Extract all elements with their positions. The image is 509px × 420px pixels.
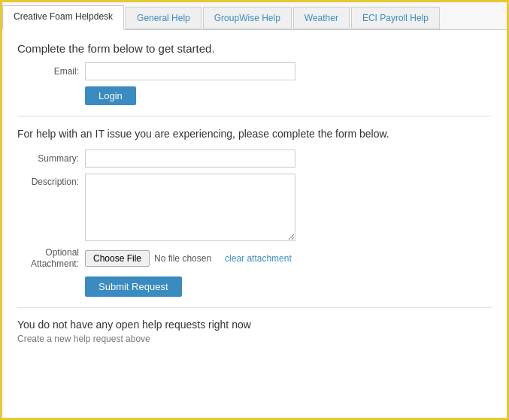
tab-weather[interactable]: Weather [293,7,350,29]
login-section: Complete the form below to get started. … [17,42,492,116]
login-button[interactable]: Login [85,86,136,105]
choose-file-button[interactable]: Choose File [85,250,150,267]
tab-bar: Creative Foam Helpdesk General Help Grou… [2,2,507,30]
submit-button-row: Submit Request [17,276,492,297]
main-window: Creative Foam Helpdesk General Help Grou… [0,0,509,420]
summary-input[interactable] [85,150,295,168]
login-title: Complete the form below to get started. [17,42,492,55]
no-file-text: No file chosen [154,253,211,264]
no-requests-section: You do not have any open help requests r… [17,319,492,344]
main-content: Complete the form below to get started. … [2,30,507,418]
no-requests-subtext: Create a new help request above [17,334,492,344]
description-label: Description: [17,177,85,187]
tab-eci-payroll[interactable]: ECI Payroll Help [351,7,440,29]
clear-attachment-link[interactable]: clear attachment [225,253,292,264]
description-row: Description: [17,174,492,241]
description-textarea[interactable] [85,174,295,241]
attachment-row: Optional Attachment: Choose File No file… [17,247,492,270]
attachment-label: Optional Attachment: [17,247,85,270]
summary-label: Summary: [17,153,85,164]
email-label: Email: [17,66,85,77]
it-section: For help with an IT issue you are experi… [17,127,492,308]
tab-groupwise-help[interactable]: GroupWise Help [203,7,292,29]
email-row: Email: [17,62,492,80]
tab-general-help[interactable]: General Help [126,7,201,29]
submit-request-button[interactable]: Submit Request [85,276,182,297]
it-description: For help with an IT issue you are experi… [17,127,492,142]
email-input[interactable] [85,62,295,80]
no-requests-text: You do not have any open help requests r… [17,319,492,331]
login-button-row: Login [17,86,492,105]
summary-row: Summary: [17,150,492,168]
tab-creative-foam[interactable]: Creative Foam Helpdesk [2,5,124,30]
